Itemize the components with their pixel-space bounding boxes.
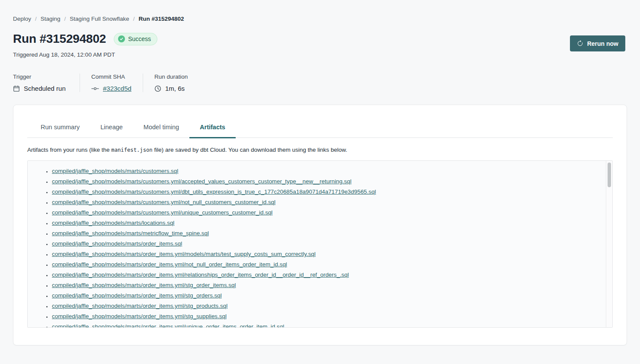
refresh-icon [577, 40, 583, 47]
artifacts-description: Artifacts from your runs (like the manif… [27, 147, 613, 153]
artifact-list-item: compiled/jaffle_shop/models/marts/custom… [52, 187, 595, 197]
artifact-list-item: compiled/jaffle_shop/models/marts/custom… [52, 208, 595, 218]
status-label: Success [128, 35, 151, 42]
artifact-download-link[interactable]: compiled/jaffle_shop/models/marts/custom… [52, 168, 178, 174]
run-detail-card: Run summary Lineage Model timing Artifac… [13, 105, 627, 345]
check-circle-icon [118, 35, 125, 42]
breadcrumb-link[interactable]: Run #315294802 [138, 16, 184, 22]
artifact-download-link[interactable]: compiled/jaffle_shop/models/marts/order_… [52, 323, 284, 327]
artifact-download-link[interactable]: compiled/jaffle_shop/models/marts/order_… [52, 313, 227, 319]
artifact-list-item: compiled/jaffle_shop/models/marts/locati… [52, 218, 595, 228]
artifact-download-link[interactable]: compiled/jaffle_shop/models/marts/order_… [52, 292, 222, 299]
scrollbar-thumb[interactable] [608, 163, 611, 187]
commit-sha-link[interactable]: #323cd5d [103, 85, 131, 92]
rerun-now-label: Rerun now [587, 40, 618, 47]
rerun-now-button[interactable]: Rerun now [570, 35, 625, 51]
artifact-list-item: compiled/jaffle_shop/models/marts/order_… [52, 291, 595, 301]
artifact-download-link[interactable]: compiled/jaffle_shop/models/marts/custom… [52, 188, 376, 195]
artifact-list-viewport: compiled/jaffle_shop/models/marts/custom… [28, 161, 612, 327]
breadcrumb-separator: / [35, 16, 37, 22]
run-meta-row: Trigger Scheduled run Commit SHA [13, 73, 627, 92]
artifacts-description-suffix: file) are saved by dbt Cloud. You can do… [153, 147, 347, 153]
run-detail-page: Deploy / Staging / Staging Full Snowflak… [0, 0, 640, 345]
artifact-download-link[interactable]: compiled/jaffle_shop/models/marts/order_… [52, 261, 287, 268]
breadcrumb-separator: / [133, 16, 135, 22]
breadcrumb-link[interactable]: Staging [41, 16, 61, 22]
meta-trigger: Trigger Scheduled run [13, 73, 80, 92]
artifact-list-item: compiled/jaffle_shop/models/marts/order_… [52, 239, 595, 249]
triggered-text: Triggered Aug 18, 2024, 12:00 AM PDT [13, 51, 627, 58]
meta-commit-label: Commit SHA [91, 73, 131, 80]
calendar-icon [13, 85, 20, 92]
artifact-download-link[interactable]: compiled/jaffle_shop/models/marts/custom… [52, 199, 275, 205]
page-title: Run #315294802 [13, 32, 106, 46]
breadcrumb-separator: / [64, 16, 66, 22]
breadcrumb-item[interactable]: Run #315294802 / [138, 16, 184, 22]
meta-duration-value: 1m, 6s [165, 85, 185, 92]
artifact-download-link[interactable]: compiled/jaffle_shop/models/marts/order_… [52, 240, 182, 247]
artifacts-description-prefix: Artifacts from your runs (like the [27, 147, 111, 153]
breadcrumb-link[interactable]: Deploy [13, 16, 31, 22]
meta-duration: Run duration 1m, 6s [143, 73, 199, 92]
tab[interactable]: Model timing [133, 124, 189, 138]
commit-icon [91, 85, 99, 92]
artifact-download-link[interactable]: compiled/jaffle_shop/models/marts/metric… [52, 230, 209, 236]
artifact-download-link[interactable]: compiled/jaffle_shop/models/marts/order_… [52, 271, 349, 278]
artifact-list-item: compiled/jaffle_shop/models/marts/order_… [52, 270, 595, 280]
artifact-download-link[interactable]: compiled/jaffle_shop/models/marts/order_… [52, 303, 227, 309]
artifact-list-item: compiled/jaffle_shop/models/marts/custom… [52, 176, 595, 187]
clock-icon [154, 85, 161, 92]
tab[interactable]: Artifacts [189, 124, 236, 138]
artifact-list-item: compiled/jaffle_shop/models/marts/custom… [52, 166, 595, 176]
artifact-list-item: compiled/jaffle_shop/models/marts/order_… [52, 280, 595, 291]
artifact-download-link[interactable]: compiled/jaffle_shop/models/marts/custom… [52, 209, 272, 216]
artifact-download-link[interactable]: compiled/jaffle_shop/models/marts/custom… [52, 178, 352, 185]
artifact-list-item: compiled/jaffle_shop/models/marts/order_… [52, 259, 595, 270]
artifact-list-item: compiled/jaffle_shop/models/marts/order_… [52, 322, 595, 327]
manifest-json-code: manifest.json [111, 147, 152, 153]
artifact-list-item: compiled/jaffle_shop/models/marts/order_… [52, 311, 595, 322]
scrollbar-track[interactable] [606, 161, 612, 327]
artifact-list: compiled/jaffle_shop/models/marts/custom… [45, 166, 595, 327]
artifact-list-item: compiled/jaffle_shop/models/marts/metric… [52, 228, 595, 239]
tab[interactable]: Lineage [90, 124, 133, 138]
title-row: Run #315294802 Success [13, 31, 627, 47]
meta-trigger-value: Scheduled run [24, 85, 66, 92]
artifact-list-item: compiled/jaffle_shop/models/marts/order_… [52, 249, 595, 259]
status-badge: Success [114, 33, 157, 45]
artifact-download-link[interactable]: compiled/jaffle_shop/models/marts/order_… [52, 282, 236, 288]
breadcrumb-item[interactable]: Deploy / [13, 16, 41, 22]
breadcrumb: Deploy / Staging / Staging Full Snowflak… [13, 16, 627, 22]
breadcrumb-item[interactable]: Staging / [41, 16, 70, 22]
artifact-list-box: compiled/jaffle_shop/models/marts/custom… [27, 160, 613, 328]
artifact-download-link[interactable]: compiled/jaffle_shop/models/marts/locati… [52, 220, 174, 226]
meta-commit: Commit SHA #323cd5d [80, 73, 143, 92]
artifact-list-item: compiled/jaffle_shop/models/marts/custom… [52, 197, 595, 208]
meta-trigger-label: Trigger [13, 73, 68, 80]
artifact-list-item: compiled/jaffle_shop/models/marts/order_… [52, 301, 595, 311]
meta-duration-label: Run duration [154, 73, 188, 80]
breadcrumb-link[interactable]: Staging Full Snowflake [70, 16, 129, 22]
artifact-download-link[interactable]: compiled/jaffle_shop/models/marts/order_… [52, 251, 316, 257]
tab[interactable]: Run summary [30, 124, 90, 138]
breadcrumb-item[interactable]: Staging Full Snowflake / [70, 16, 138, 22]
tab-bar: Run summary Lineage Model timing Artifac… [27, 105, 613, 138]
